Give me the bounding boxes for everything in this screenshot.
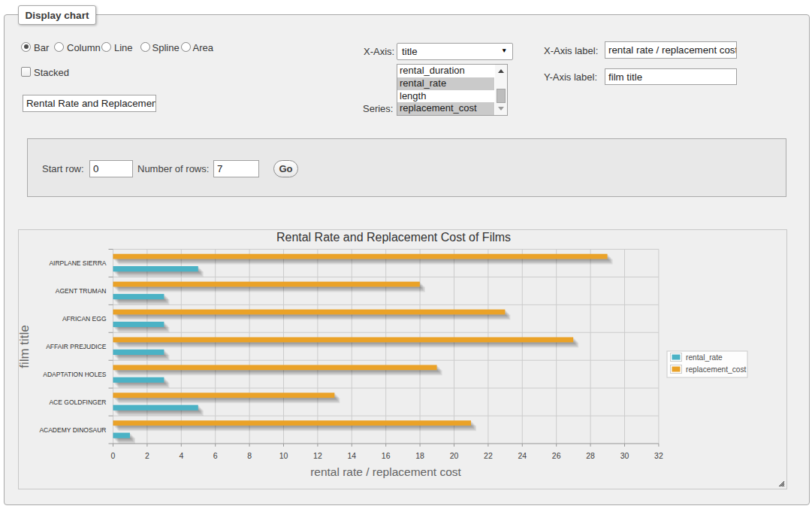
- svg-text:28: 28: [586, 451, 595, 460]
- svg-text:0: 0: [111, 451, 116, 460]
- svg-text:14: 14: [347, 451, 356, 460]
- svg-text:16: 16: [382, 451, 391, 460]
- svg-text:Rental Rate and Replacement Co: Rental Rate and Replacement Cost of Film…: [276, 231, 511, 244]
- svg-text:ACADEMY DINOSAUR: ACADEMY DINOSAUR: [39, 426, 106, 434]
- svg-text:2: 2: [145, 451, 149, 460]
- svg-text:22: 22: [484, 451, 493, 460]
- svg-text:6: 6: [213, 451, 218, 460]
- svg-text:32: 32: [654, 451, 663, 460]
- svg-text:ACE GOLDFINGER: ACE GOLDFINGER: [49, 398, 106, 406]
- svg-text:20: 20: [450, 451, 459, 460]
- svg-text:ADAPTATION HOLES: ADAPTATION HOLES: [43, 371, 107, 378]
- svg-text:24: 24: [518, 451, 527, 460]
- svg-text:8: 8: [247, 451, 252, 460]
- svg-text:film title: film title: [19, 325, 32, 368]
- svg-text:26: 26: [552, 451, 561, 460]
- svg-text:rental_rate: rental_rate: [686, 353, 723, 362]
- svg-text:10: 10: [279, 451, 288, 460]
- svg-text:AFFAIR PREJUDICE: AFFAIR PREJUDICE: [46, 343, 107, 350]
- svg-text:AIRPLANE SIERRA: AIRPLANE SIERRA: [49, 259, 106, 267]
- svg-text:4: 4: [179, 451, 183, 460]
- svg-text:rental rate / replacement cost: rental rate / replacement cost: [310, 465, 461, 478]
- svg-text:replacement_cost: replacement_cost: [686, 365, 747, 374]
- svg-text:12: 12: [313, 451, 322, 460]
- svg-text:AGENT TRUMAN: AGENT TRUMAN: [56, 287, 107, 295]
- svg-text:30: 30: [620, 451, 629, 460]
- svg-text:AFRICAN EGG: AFRICAN EGG: [62, 315, 107, 323]
- svg-text:18: 18: [415, 451, 424, 460]
